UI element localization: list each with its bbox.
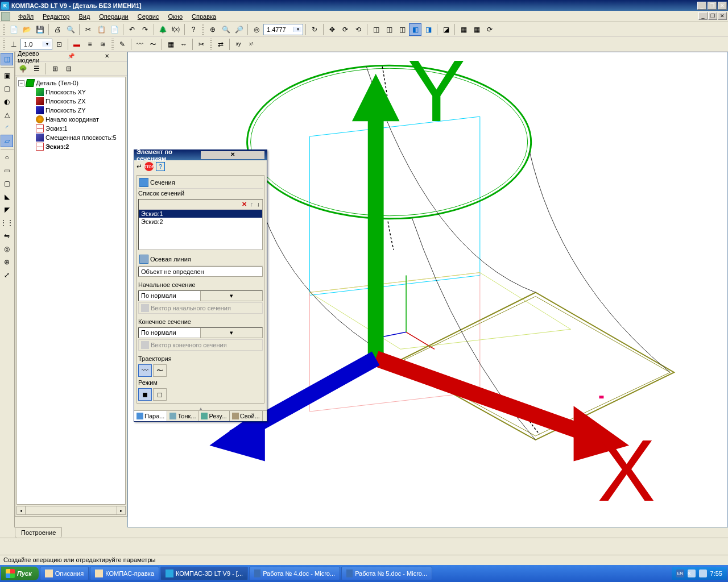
task-item[interactable]: КОМПАС-правка [90,567,159,580]
linewidth-combo[interactable]: 1.0▾ [20,39,52,50]
mdi-restore-button[interactable]: ❐ [708,12,717,20]
clock[interactable]: 7:55 [710,570,722,577]
system-tray[interactable]: EN « 7:55 [672,567,727,580]
minimize-button[interactable]: _ [697,2,706,10]
color-button[interactable]: ▬ [71,38,83,51]
shaded-button[interactable]: ◧ [409,23,421,36]
list-item[interactable]: Эскиз:2 [139,218,262,226]
copy-button[interactable]: 📋 [95,23,107,36]
tree-close-button[interactable]: ✕ [90,53,125,61]
style-button[interactable]: ≋ [97,38,109,51]
orbit-button[interactable]: ⟳ [339,23,351,36]
help-icon[interactable]: ? [156,162,165,171]
tree-item-origin[interactable]: Начало координат [18,115,124,124]
start-button[interactable]: Пуск [1,567,39,580]
tree-item-plane-xy[interactable]: Плоскость XY [18,88,124,97]
vtool-section[interactable]: ▱ [1,135,13,147]
vtool-fillet[interactable]: ◜ [1,122,13,134]
mdi-minimize-button[interactable]: _ [698,12,708,20]
prop-tab-result[interactable]: Резу... [198,411,229,421]
task-item[interactable]: КОМПАС-3D LT V9 - [... [160,567,248,580]
traj-manual-button[interactable]: 〜 [153,364,167,377]
measure-button[interactable]: xy [232,38,245,51]
tree-view-button[interactable]: 🌳 [16,63,29,75]
perspective-button[interactable]: ◪ [440,23,452,36]
prop-tab-thin[interactable]: Тонк... [167,411,198,421]
menu-view[interactable]: Вид [74,12,94,21]
end-section-select[interactable]: По нормали▾ [138,327,263,338]
print-button[interactable]: 🖨 [51,23,64,36]
menu-file[interactable]: Файл [14,12,38,21]
task-item[interactable]: Описания [40,567,89,580]
vtool-scale[interactable]: ⤢ [1,269,13,281]
dim-button[interactable]: ↔ [177,38,190,51]
vtool-pattern[interactable]: ⋮⋮ [1,217,13,229]
menu-help[interactable]: Справка [187,12,221,21]
preview-button[interactable]: 🔍 [64,23,77,36]
menu-editor[interactable]: Редактор [38,12,74,21]
tray-icon[interactable]: « [688,569,696,577]
cut-button[interactable]: ✂ [82,23,94,36]
lang-icon[interactable]: EN [676,569,684,577]
undo-button[interactable]: ↶ [126,23,138,36]
axis-field[interactable]: Объект не определен [138,267,263,277]
list-item[interactable]: Эскиз:1 [139,210,262,218]
close-button[interactable]: ✕ [718,2,727,10]
redraw-button[interactable]: ⟳ [483,23,496,36]
grid-button[interactable]: ▦ [470,23,483,36]
apply-icon[interactable]: ↵ [136,163,142,170]
vars-button[interactable]: f(x) [169,23,182,36]
help-context-button[interactable]: ? [187,23,200,36]
sketch-button[interactable]: ✎ [116,38,129,51]
prop-tab-params[interactable]: Пара... [134,411,167,421]
vtool-rib[interactable]: ▭ [1,164,13,177]
mode-surface-button[interactable]: ◻ [153,388,167,401]
new-button[interactable]: 📄 [7,23,20,36]
zoom-window-button[interactable]: ◎ [250,23,263,36]
mdi-icon[interactable] [1,12,10,21]
list-up-icon[interactable]: ↑ [250,201,254,208]
prop-tab-props[interactable]: Свой... [230,411,263,421]
paste-button[interactable]: 📄 [108,23,121,36]
view-side-button[interactable]: ◫ [396,23,408,36]
redo-button[interactable]: ↷ [139,23,151,36]
refresh-button[interactable]: ⟲ [352,23,365,36]
prop-titlebar[interactable]: Элемент по сечениям ✕ [134,150,267,160]
tree-collapse-button[interactable]: ⊟ [63,63,75,75]
zoom-in-button[interactable]: 🔍 [220,23,232,36]
section-button[interactable]: ▦ [457,23,470,36]
tree-expand-button[interactable]: ⊞ [49,63,61,75]
mdi-close-button[interactable]: ✕ [718,12,727,20]
shaded-edges-button[interactable]: ◨ [422,23,435,36]
view-iso-button[interactable]: ◫ [370,23,382,36]
snap-button[interactable]: ⊡ [53,38,65,51]
tree-button[interactable]: 🌲 [156,23,169,36]
curve-button[interactable]: 〜 [147,38,159,51]
zoom-out-button[interactable]: 🔎 [233,23,245,36]
zoom-fit-button[interactable]: ⊕ [206,23,219,36]
volume-icon[interactable] [699,569,707,577]
task-item[interactable]: Работа № 5.doc - Micro... [341,567,432,580]
task-item[interactable]: Работа № 4.doc - Micro... [249,567,340,580]
vtool-mirror[interactable]: ⇋ [1,230,13,242]
tree-root[interactable]: − Деталь (Тел-0) [18,78,124,88]
hatch-button[interactable]: ▦ [164,38,177,51]
vtool-draft[interactable]: ◣ [1,190,13,203]
rotate-button[interactable]: ↻ [308,23,321,36]
vtool-loft[interactable]: △ [1,109,13,121]
open-button[interactable]: 📂 [20,23,33,36]
tree-item-plane-zy[interactable]: Плоскость ZY [18,106,124,115]
menu-operations[interactable]: Операции [94,12,133,21]
coord-button[interactable]: x¹ [245,38,258,51]
vtool-hole[interactable]: ○ [1,151,13,164]
tree-list-button[interactable]: ☰ [30,63,43,75]
prop-close-button[interactable]: ✕ [201,151,265,159]
vtool-edit-part[interactable]: ◫ [1,53,13,65]
tree-body[interactable]: − Деталь (Тел-0) Плоскость XY Плоскость … [16,77,126,505]
vtool-boolean[interactable]: ⊕ [1,256,13,268]
view-front-button[interactable]: ◫ [383,23,395,36]
list-down-icon[interactable]: ↓ [257,201,260,208]
trim-button[interactable]: ✂ [195,38,208,51]
stop-icon[interactable]: STOP [144,162,154,171]
layer-button[interactable]: ≡ [84,38,96,51]
